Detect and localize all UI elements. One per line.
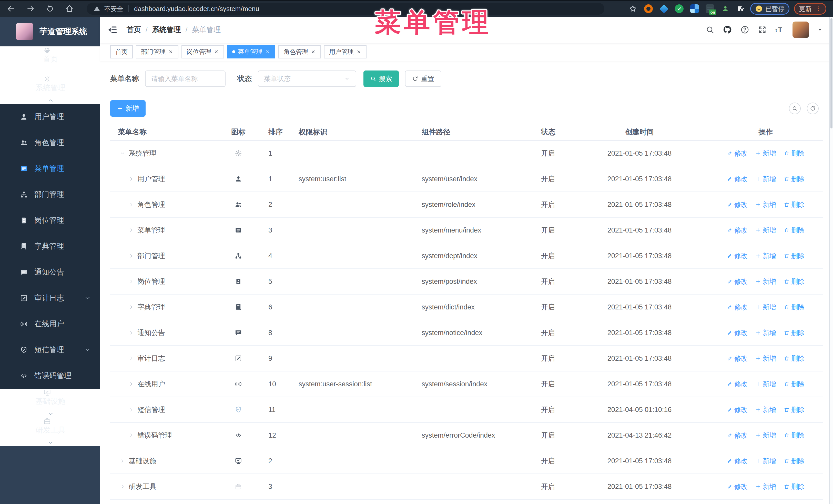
table-row[interactable]: 基础设施2开启2021-01-05 17:03:48修改新增删除 xyxy=(110,448,823,474)
tab-role[interactable]: 角色管理 xyxy=(278,45,321,58)
add-child-link[interactable]: 新增 xyxy=(755,380,776,389)
tab-user[interactable]: 用户管理 xyxy=(324,45,366,58)
delete-link[interactable]: 删除 xyxy=(784,303,805,312)
extension-icon-gem[interactable] xyxy=(660,4,668,13)
extension-icon-grid[interactable] xyxy=(690,4,699,13)
github-icon[interactable] xyxy=(723,25,732,34)
sidebar-item-online-user[interactable]: 在线用户 xyxy=(0,311,100,337)
sidebar-item-error-code[interactable]: 错误码管理 xyxy=(0,363,100,389)
extension-icon-person[interactable] xyxy=(721,4,730,13)
add-child-link[interactable]: 新增 xyxy=(755,174,776,184)
add-child-link[interactable]: 新增 xyxy=(755,354,776,363)
table-row[interactable]: 审计日志9开启2021-01-05 17:03:48修改新增删除 xyxy=(110,346,823,371)
back-icon[interactable] xyxy=(7,4,15,13)
add-child-link[interactable]: 新增 xyxy=(755,482,776,491)
table-row[interactable]: 部门管理4system/dept/index开启2021-01-05 17:03… xyxy=(110,243,823,269)
edit-link[interactable]: 修改 xyxy=(727,354,748,363)
font-size-icon[interactable]: tT xyxy=(775,25,784,34)
add-child-link[interactable]: 新增 xyxy=(755,431,776,440)
edit-link[interactable]: 修改 xyxy=(727,226,748,235)
add-child-link[interactable]: 新增 xyxy=(755,457,776,465)
add-child-link[interactable]: 新增 xyxy=(755,303,776,312)
table-row[interactable]: 菜单管理3system/menu/index开启2021-01-05 17:03… xyxy=(110,218,823,243)
edit-link[interactable]: 修改 xyxy=(727,174,748,184)
tab-menu[interactable]: 菜单管理 xyxy=(227,45,275,58)
forward-icon[interactable] xyxy=(26,4,35,13)
delete-link[interactable]: 删除 xyxy=(784,174,805,184)
table-row[interactable]: 角色管理2system/role/index开启2021-01-05 17:03… xyxy=(110,192,823,218)
delete-link[interactable]: 删除 xyxy=(784,457,805,465)
extension-icon-orange[interactable] xyxy=(644,4,653,13)
extensions-puzzle-icon[interactable] xyxy=(736,4,745,13)
breadcrumb-home[interactable]: 首页 xyxy=(127,25,141,34)
delete-link[interactable]: 删除 xyxy=(784,405,805,414)
edit-link[interactable]: 修改 xyxy=(727,277,748,286)
delete-link[interactable]: 删除 xyxy=(784,329,805,337)
reset-button[interactable]: 重置 xyxy=(405,71,442,87)
add-child-link[interactable]: 新增 xyxy=(755,251,776,261)
browser-update-button[interactable]: 更新 xyxy=(794,3,826,15)
sidebar-item-system[interactable]: 系统管理 xyxy=(0,75,100,104)
add-child-link[interactable]: 新增 xyxy=(755,200,776,209)
delete-link[interactable]: 删除 xyxy=(784,277,805,286)
edit-link[interactable]: 修改 xyxy=(727,482,748,491)
sidebar-item-sms[interactable]: 短信管理 xyxy=(0,337,100,363)
sidebar-item-infra[interactable]: 基础设施 xyxy=(0,389,100,417)
table-row[interactable]: 字典管理6system/dict/index开启2021-01-05 17:03… xyxy=(110,294,823,320)
status-select[interactable]: 菜单状态 xyxy=(258,71,356,87)
extension-icon-green-check[interactable] xyxy=(675,4,684,13)
sidebar-item-notice[interactable]: 通知公告 xyxy=(0,259,100,285)
page-scrollbar[interactable] xyxy=(829,17,833,504)
menu-name-input[interactable] xyxy=(145,71,225,87)
delete-link[interactable]: 删除 xyxy=(784,149,805,158)
refresh-table-button[interactable] xyxy=(807,102,819,114)
table-row[interactable]: 在线用户10system:user-session:listsystem/ses… xyxy=(110,371,823,397)
home-icon[interactable] xyxy=(65,4,74,13)
help-icon[interactable] xyxy=(740,25,749,34)
add-child-link[interactable]: 新增 xyxy=(755,149,776,158)
app-logo[interactable]: 芋道管理系统 xyxy=(0,17,100,46)
add-child-link[interactable]: 新增 xyxy=(755,277,776,286)
add-child-link[interactable]: 新增 xyxy=(755,405,776,414)
delete-link[interactable]: 删除 xyxy=(784,251,805,261)
breadcrumb-system[interactable]: 系统管理 xyxy=(152,25,181,34)
edit-link[interactable]: 修改 xyxy=(727,149,748,158)
sidebar-collapse-icon[interactable] xyxy=(108,25,118,35)
scrollbar-thumb[interactable] xyxy=(830,18,832,128)
sidebar-item-dict[interactable]: 字典管理 xyxy=(0,233,100,259)
sidebar-item-home[interactable]: 首页 xyxy=(0,46,100,75)
bookmark-star-icon[interactable] xyxy=(629,5,637,13)
edit-link[interactable]: 修改 xyxy=(727,457,748,465)
delete-link[interactable]: 删除 xyxy=(784,431,805,440)
extension-paused-badge[interactable]: 已暂停 xyxy=(750,3,789,15)
sidebar-item-dept[interactable]: 部门管理 xyxy=(0,182,100,208)
table-row[interactable]: 短信管理11开启2021-04-05 01:10:16修改新增删除 xyxy=(110,397,823,423)
address-bar[interactable]: 不安全 dashboard.yudao.iocoder.cn/system/me… xyxy=(87,3,604,15)
table-row[interactable]: 用户管理1system:user:listsystem/user/index开启… xyxy=(110,166,823,192)
tab-post[interactable]: 岗位管理 xyxy=(182,45,224,58)
search-icon[interactable] xyxy=(705,25,715,34)
fullscreen-icon[interactable] xyxy=(758,25,767,34)
table-row[interactable]: 岗位管理5system/post/index开启2021-01-05 17:03… xyxy=(110,269,823,294)
delete-link[interactable]: 删除 xyxy=(784,200,805,209)
add-button[interactable]: 新增 xyxy=(110,100,146,117)
table-row[interactable]: 系统管理1开启2021-01-05 17:03:48修改新增删除 xyxy=(110,141,823,166)
edit-link[interactable]: 修改 xyxy=(727,405,748,414)
delete-link[interactable]: 删除 xyxy=(784,226,805,235)
sidebar-item-role[interactable]: 角色管理 xyxy=(0,130,100,155)
edit-link[interactable]: 修改 xyxy=(727,329,748,337)
table-row[interactable]: 通知公告8system/notice/index开启2021-01-05 17:… xyxy=(110,320,823,346)
reload-icon[interactable] xyxy=(46,4,54,13)
sidebar-item-user[interactable]: 用户管理 xyxy=(0,104,100,130)
extension-icon-server[interactable]: on xyxy=(706,4,714,13)
sidebar-item-audit-log[interactable]: 审计日志 xyxy=(0,285,100,311)
table-row[interactable]: 错误码管理12system/errorCode/index开启2021-04-1… xyxy=(110,423,823,448)
delete-link[interactable]: 删除 xyxy=(784,482,805,491)
tab-home[interactable]: 首页 xyxy=(110,45,133,58)
delete-link[interactable]: 删除 xyxy=(784,354,805,363)
chevron-down-icon[interactable] xyxy=(817,27,823,32)
browser-menu-dots-icon[interactable] xyxy=(815,6,822,12)
edit-link[interactable]: 修改 xyxy=(727,303,748,312)
edit-link[interactable]: 修改 xyxy=(727,380,748,389)
edit-link[interactable]: 修改 xyxy=(727,200,748,209)
